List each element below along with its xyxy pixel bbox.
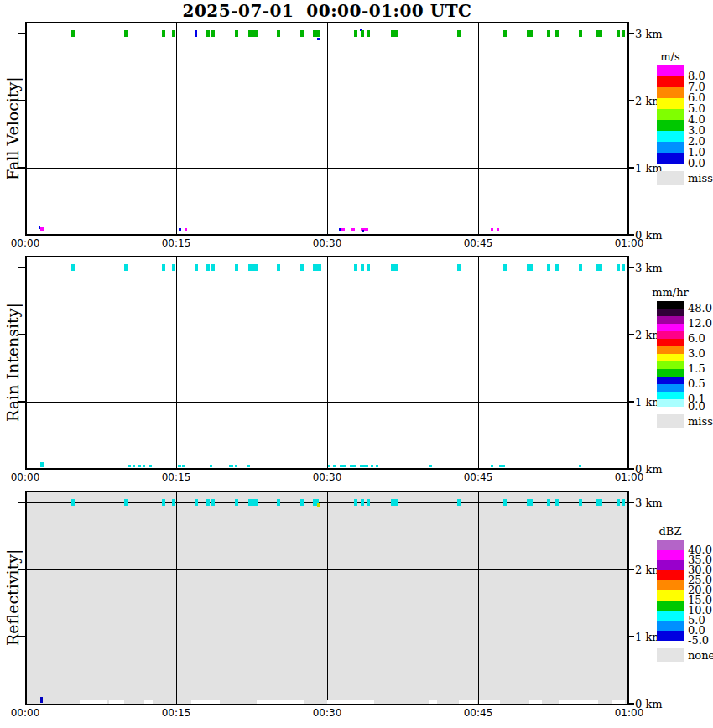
radar-profile-figure: 2025-07-01 00:00-01:00 UTC Fall Velocity… (0, 0, 713, 728)
gridline-0045 (478, 23, 479, 234)
colorbar-tick-label: 6.0 (688, 332, 705, 345)
echo-mark-3km (394, 499, 398, 506)
colorbar-band: 0.5 (657, 377, 684, 384)
gridline-0015 (176, 492, 177, 704)
colorbar-tick-label: 0.5 (688, 377, 705, 390)
time-label: 00:15 (158, 707, 195, 719)
echo-mark-surface (138, 465, 141, 467)
colorbar: 8.07.06.05.04.03.02.01.00.0 (657, 65, 684, 164)
echo-mark-3km (622, 499, 625, 506)
echo-mark-3km (457, 264, 461, 271)
echo-mark-surface (179, 228, 181, 231)
echo-mark-surface (328, 465, 330, 467)
plot-area-rain-intensity (25, 256, 629, 470)
echo-mark-3km (579, 264, 582, 271)
echo-mark-surface (360, 465, 368, 467)
colorbar-band (657, 354, 684, 361)
colorbar-band: 30.0 (657, 560, 684, 570)
colorbar-band (657, 339, 684, 346)
gridline-0045 (478, 492, 479, 704)
colorbar-band (657, 309, 684, 316)
echo-mark-3km (277, 499, 280, 506)
gridline-0015 (176, 257, 177, 468)
y-axis-title-fall-velocity: Fall Velocity| (2, 22, 23, 236)
time-label: 00:30 (309, 237, 346, 249)
colorbar-title: m/s (640, 50, 700, 63)
echo-mark-surface (333, 465, 336, 467)
time-label: 01:00 (611, 707, 648, 719)
echo-mark-3km (277, 264, 280, 271)
left-tick (18, 569, 25, 570)
echo-mark-3km (124, 499, 128, 506)
echo-mark-surface (376, 465, 378, 467)
echo-mark-surface (362, 230, 364, 232)
echo-mark-3km (361, 30, 364, 37)
echo-mark-surface (579, 465, 581, 467)
missing-swatch (657, 414, 684, 428)
time-label: 00:30 (309, 707, 346, 719)
echo-mark-surface (210, 465, 212, 467)
colorbar-band: 10.0 (657, 601, 684, 611)
echo-mark-surface (429, 465, 432, 467)
missing-swatch (657, 171, 684, 185)
echo-mark-3km (361, 499, 364, 506)
left-tick (18, 167, 25, 169)
time-label: 00:45 (460, 471, 497, 483)
gridline-0030 (327, 23, 328, 234)
panel-fall-velocity: Fall Velocity| 3 km2 km1 km0 km 00:0000:… (0, 22, 713, 252)
left-tick (18, 267, 25, 268)
data-gap-strip (191, 700, 220, 704)
echo-mark-3km (277, 30, 280, 37)
echo-mark-3km (527, 30, 533, 37)
echo-mark-3km (316, 30, 320, 37)
echo-mark-3km (195, 30, 197, 37)
right-tick (627, 703, 634, 705)
colorbar-band: 4.0 (657, 109, 684, 120)
colorbar-band: 0.1 (657, 392, 684, 399)
colorbar-band: 40.0 (657, 540, 684, 550)
echo-mark-3km (162, 264, 165, 271)
echo-mark-surface (491, 228, 493, 231)
echo-mark-3km (503, 499, 507, 506)
echo-mark-3km (206, 30, 210, 37)
echo-mark-3km (124, 30, 128, 37)
left-tick (18, 401, 25, 403)
echo-mark-3km (71, 499, 75, 506)
colorbar-band: 25.0 (657, 570, 684, 580)
missing-swatch (657, 648, 684, 662)
echo-mark-3km (547, 30, 550, 37)
echo-mark-3km (206, 499, 210, 506)
echo-mark-3km (206, 264, 210, 271)
colorbar-band: 0.0 (657, 399, 684, 407)
echo-mark-3km (254, 264, 258, 271)
height-label: 3 km (635, 262, 675, 274)
echo-mark-3km (503, 30, 507, 37)
echo-mark-surface (40, 462, 44, 467)
echo-mark-3km (596, 499, 602, 506)
echo-mark-3km (457, 499, 461, 506)
data-gap-strip (144, 700, 153, 704)
colorbar-band (657, 324, 684, 331)
echo-mark-3km (124, 264, 128, 271)
left-tick (18, 33, 25, 34)
echo-mark-3km (361, 264, 364, 271)
echo-mark-surface (341, 228, 345, 231)
colorbar-fall-velocity: m/s8.07.06.05.04.03.02.01.00.0miss (657, 50, 713, 185)
echo-mark-3km (317, 38, 320, 40)
missing-label: miss (688, 415, 713, 428)
echo-mark-3km (547, 499, 550, 506)
echo-mark-3km (235, 264, 238, 271)
echo-mark-3km (300, 499, 304, 506)
gridline-0045 (478, 257, 479, 468)
colorbar-band: 12.0 (657, 316, 684, 324)
missing-label: miss (688, 172, 713, 185)
echo-mark-surface (40, 227, 44, 231)
echo-mark-3km (503, 264, 507, 271)
right-tick (627, 401, 634, 403)
data-gap-strip (327, 700, 374, 704)
colorbar-band: 1.5 (657, 361, 684, 369)
colorbar-band: 1.0 (657, 142, 684, 153)
echo-mark-3km (71, 30, 75, 37)
colorbar-tick-label: 48.0 (688, 302, 712, 315)
colorbar-band: 6.0 (657, 331, 684, 339)
